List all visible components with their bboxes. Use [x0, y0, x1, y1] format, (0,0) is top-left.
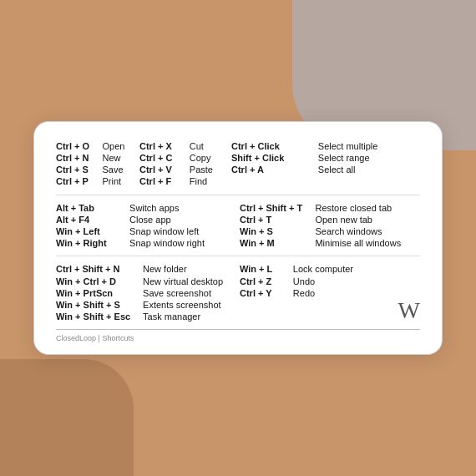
shortcut-key: Win + Shift + S: [56, 299, 143, 311]
shortcut-key: Ctrl + C: [139, 152, 190, 164]
shortcut-action: Lock computer: [293, 263, 390, 275]
browser-section: Ctrl + Shift + TRestore closed tabCtrl +…: [240, 202, 420, 250]
shortcut-action: Minimise all windows: [315, 237, 420, 249]
shortcut-key: Ctrl + V: [139, 164, 190, 175]
shortcut-action: Task manager: [143, 311, 240, 322]
shortcuts-card: Ctrl + OOpenCtrl + NNewCtrl + SSaveCtrl …: [33, 121, 443, 355]
shortcut-key: Ctrl + Y: [240, 287, 293, 299]
footer: ClosedLoop | Shortcuts: [56, 329, 420, 342]
clipboard-section: Ctrl + XCutCtrl + CCopyCtrl + VPasteCtrl…: [139, 140, 231, 188]
shortcut-key: Alt + Tab: [56, 202, 129, 214]
shortcut-action: Undo: [293, 275, 390, 286]
shortcut-action: Open new tab: [315, 214, 420, 225]
shortcut-key: Ctrl + O: [56, 140, 102, 152]
basic-shortcuts-section: Ctrl + OOpenCtrl + NNewCtrl + SSaveCtrl …: [56, 140, 139, 188]
shortcut-key: Ctrl + Z: [240, 275, 293, 286]
shortcut-key: Ctrl + F: [139, 175, 190, 187]
shortcut-key: Ctrl + Shift + T: [240, 202, 315, 214]
shortcut-key: Win + Right: [56, 237, 129, 249]
divider-2: [56, 256, 420, 256]
shortcut-action: Save: [102, 164, 139, 175]
shortcut-action: New virtual desktop: [143, 275, 240, 286]
shortcut-key: Win + Left: [56, 225, 129, 237]
shortcut-action: Restore closed tab: [315, 202, 420, 214]
shortcut-key: Win + Ctrl + D: [56, 275, 143, 286]
shortcut-action: Open: [102, 140, 139, 152]
misc-section: Ctrl + Shift + NNew folderWin + Ctrl + D…: [56, 263, 240, 322]
shortcut-action: New: [102, 152, 139, 164]
shortcut-key: Ctrl + Click: [231, 140, 318, 152]
shortcut-key: Ctrl + P: [56, 175, 102, 187]
shortcut-key: Ctrl + X: [139, 140, 190, 152]
shortcut-action: Close app: [129, 214, 240, 225]
shortcut-action: Snap window left: [129, 225, 240, 237]
shortcut-action: Copy: [190, 152, 231, 164]
shortcut-key: Ctrl + Shift + N: [56, 263, 143, 275]
shortcut-action: Extents screenshot: [143, 299, 240, 311]
shortcut-action: Select multiple: [318, 140, 420, 152]
shortcut-action: Redo: [293, 287, 390, 299]
shortcut-action: Find: [190, 175, 231, 187]
divider-1: [56, 195, 420, 195]
shortcut-action: Save screenshot: [143, 287, 240, 299]
shortcut-key: Win + Shift + Esc: [56, 311, 143, 322]
shortcut-action: Print: [102, 175, 139, 187]
shortcut-key: Win + S: [240, 225, 315, 237]
shortcut-action: New folder: [143, 263, 240, 275]
shortcut-key: Alt + F4: [56, 214, 129, 225]
shortcut-action: Select all: [318, 164, 420, 175]
misc2-section: Win + LLock computerCtrl + ZUndoCtrl + Y…: [240, 263, 390, 299]
shortcut-key: Shift + Click: [231, 152, 318, 164]
logo: W: [398, 299, 420, 322]
shortcut-action: Cut: [190, 140, 231, 152]
shortcut-action: Snap window right: [129, 237, 240, 249]
mouse-section: Ctrl + ClickSelect multipleShift + Click…: [231, 140, 420, 188]
footer-text: ClosedLoop | Shortcuts: [56, 334, 134, 342]
shortcut-key: Ctrl + N: [56, 152, 102, 164]
shortcut-key: Win + PrtScn: [56, 287, 143, 299]
shortcut-key: Win + M: [240, 237, 315, 249]
shortcut-key: Ctrl + T: [240, 214, 315, 225]
shortcut-key: Ctrl + S: [56, 164, 102, 175]
shortcut-action: Search windows: [315, 225, 420, 237]
shortcut-action: Switch apps: [129, 202, 240, 214]
shortcut-key: Win + L: [240, 263, 293, 275]
window-section: Alt + TabSwitch appsAlt + F4Close appWin…: [56, 202, 240, 250]
shortcut-key: Ctrl + A: [231, 164, 318, 175]
shortcut-action: Select range: [318, 152, 420, 164]
shortcut-action: Paste: [190, 164, 231, 175]
